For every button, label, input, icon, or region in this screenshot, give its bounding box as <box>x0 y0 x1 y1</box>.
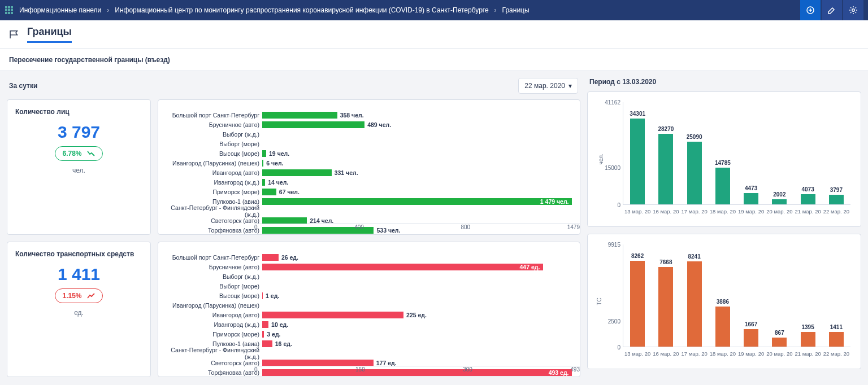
hbar-label: Санкт-Петербург - Финляндский (ж.д.) <box>166 204 259 218</box>
hbar-label: Приморск (море) <box>166 331 259 338</box>
svg-rect-7 <box>8 12 10 14</box>
hbar-label: Высоцк (море) <box>166 292 259 299</box>
svg-rect-4 <box>8 9 10 11</box>
hbar-label: Брусничное (авто) <box>166 121 259 128</box>
kpi-persons-unit: чел. <box>15 167 142 174</box>
app-icon <box>5 6 14 15</box>
hbar-label: Выборг (море) <box>166 283 259 290</box>
svg-rect-5 <box>11 9 13 11</box>
per-day-label: За сутки <box>9 82 37 90</box>
vehicles-vbar-chart: ТС025009915826213 мар. 20766816 мар. 208… <box>587 234 861 369</box>
persons-vbar-chart: чел.015000411623430113 мар. 202827016 ма… <box>587 91 861 227</box>
svg-rect-8 <box>11 12 13 14</box>
hbar-label: Ивангород (ж.д.) <box>166 179 259 186</box>
chevron-down-icon: ▾ <box>568 82 572 90</box>
kpi-vehicles-value: 1 411 <box>15 265 142 284</box>
hbar-label: Ивангород (Парусинка) (пешех) <box>166 302 259 309</box>
hbar-label: Выборг (ж.д.) <box>166 273 259 280</box>
svg-rect-1 <box>8 6 10 8</box>
kpi-persons-card: Количество лиц 3 797 6.78% чел. <box>7 99 151 235</box>
hbar-label: Ивангород (авто) <box>166 169 259 176</box>
hbar-label: Ивангород (ж.д.) <box>166 321 259 328</box>
kpi-vehicles-card: Количество транспортных средств 1 411 1.… <box>7 242 151 377</box>
kpi-persons-delta: 6.78% <box>55 146 102 161</box>
chevron-right-icon: › <box>494 6 497 14</box>
kpi-persons-value: 3 797 <box>15 123 142 142</box>
page-title: Границы <box>27 26 72 43</box>
hbar-label: Большой порт Санкт-Петербург <box>166 112 259 119</box>
hbar-label: Светогорск (авто) <box>166 217 259 224</box>
top-nav: Информационные панели › Информационный ц… <box>0 0 868 20</box>
kpi-vehicles-title: Количество транспортных средств <box>15 250 142 258</box>
svg-rect-0 <box>5 6 7 8</box>
flag-icon <box>9 30 21 39</box>
period-label: Период с 13.03.2020 <box>587 76 861 91</box>
date-picker[interactable]: 22 мар. 2020 ▾ <box>518 78 578 94</box>
svg-rect-6 <box>5 12 7 14</box>
kpi-vehicles-delta: 1.15% <box>55 288 102 303</box>
breadcrumb-root[interactable]: Информационные панели <box>19 6 101 14</box>
hbar-label: Торфяновка (авто) <box>166 369 259 376</box>
chevron-right-icon: › <box>107 6 109 14</box>
hbar-label: Ивангород (авто) <box>166 312 259 318</box>
settings-button[interactable] <box>843 0 863 20</box>
persons-hbar-chart: Большой порт Санкт-Петербург358 чел.Брус… <box>158 99 580 235</box>
hbar-label: Приморск (море) <box>166 189 259 195</box>
breadcrumb: Информационные панели › Информационный ц… <box>5 6 800 15</box>
edit-button[interactable] <box>822 0 842 20</box>
svg-rect-2 <box>11 6 13 8</box>
hbar-label: Торфяновка (авто) <box>166 227 259 234</box>
hbar-label: Выборг (море) <box>166 141 259 147</box>
trend-down-icon <box>86 149 96 158</box>
section-title: Пересечение государственной границы (въе… <box>0 49 868 71</box>
add-button[interactable] <box>800 0 821 20</box>
hbar-label: Большой порт Санкт-Петербург <box>166 254 259 261</box>
hbar-label: Ивангород (Парусинка) (пешех) <box>166 160 259 167</box>
svg-point-10 <box>852 9 854 11</box>
breadcrumb-leaf[interactable]: Границы <box>502 6 530 14</box>
hbar-label: Выборг (ж.д.) <box>166 131 259 138</box>
hbar-label: Светогорск (авто) <box>166 360 259 366</box>
hbar-label: Высоцк (море) <box>166 150 259 157</box>
date-picker-value: 22 мар. 2020 <box>524 82 565 90</box>
hbar-label: Санкт-Петербург - Финляндский (ж.д.) <box>166 347 259 360</box>
vehicles-hbar-chart: Большой порт Санкт-Петербург26 ед.Брусни… <box>158 242 580 377</box>
trend-up-icon <box>86 291 96 300</box>
hbar-label: Брусничное (авто) <box>166 264 259 270</box>
breadcrumb-mid[interactable]: Информационный центр по мониторингу расп… <box>115 6 488 14</box>
kpi-persons-title: Количество лиц <box>15 108 142 116</box>
kpi-vehicles-unit: ед. <box>15 309 142 317</box>
page-header: Границы <box>0 20 868 49</box>
svg-rect-3 <box>5 9 7 11</box>
